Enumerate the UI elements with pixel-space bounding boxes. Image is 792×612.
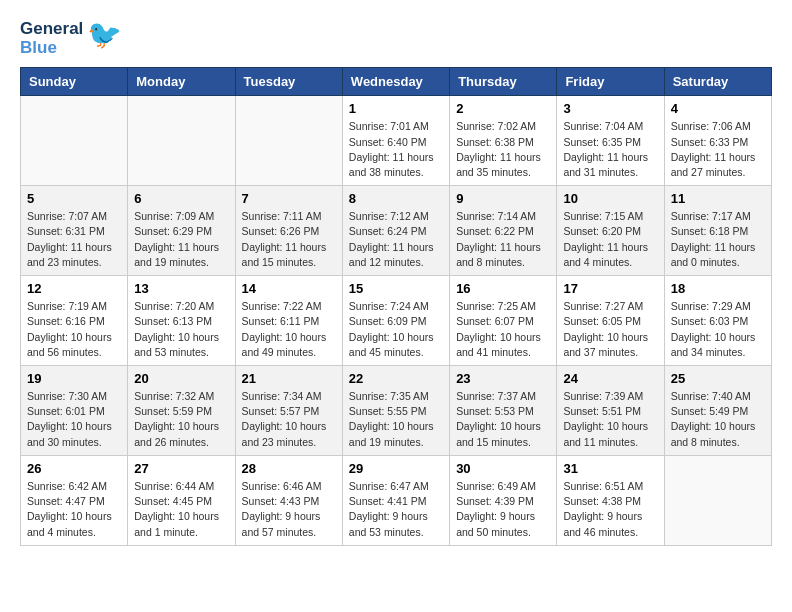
calendar-empty-cell	[21, 96, 128, 186]
day-of-week-header: Friday	[557, 68, 664, 96]
calendar-day-cell: 17Sunrise: 7:27 AM Sunset: 6:05 PM Dayli…	[557, 276, 664, 366]
calendar-table: SundayMondayTuesdayWednesdayThursdayFrid…	[20, 67, 772, 545]
calendar-day-cell: 30Sunrise: 6:49 AM Sunset: 4:39 PM Dayli…	[450, 455, 557, 545]
day-info: Sunrise: 7:01 AM Sunset: 6:40 PM Dayligh…	[349, 119, 443, 180]
logo-bird-icon: 🐦	[87, 21, 122, 49]
day-number: 19	[27, 371, 121, 386]
day-info: Sunrise: 7:17 AM Sunset: 6:18 PM Dayligh…	[671, 209, 765, 270]
day-info: Sunrise: 7:34 AM Sunset: 5:57 PM Dayligh…	[242, 389, 336, 450]
day-number: 13	[134, 281, 228, 296]
day-number: 8	[349, 191, 443, 206]
day-info: Sunrise: 7:35 AM Sunset: 5:55 PM Dayligh…	[349, 389, 443, 450]
day-info: Sunrise: 7:11 AM Sunset: 6:26 PM Dayligh…	[242, 209, 336, 270]
calendar-day-cell: 10Sunrise: 7:15 AM Sunset: 6:20 PM Dayli…	[557, 186, 664, 276]
day-of-week-header: Monday	[128, 68, 235, 96]
day-info: Sunrise: 6:42 AM Sunset: 4:47 PM Dayligh…	[27, 479, 121, 540]
day-info: Sunrise: 7:22 AM Sunset: 6:11 PM Dayligh…	[242, 299, 336, 360]
day-number: 28	[242, 461, 336, 476]
day-number: 16	[456, 281, 550, 296]
day-number: 23	[456, 371, 550, 386]
day-info: Sunrise: 7:25 AM Sunset: 6:07 PM Dayligh…	[456, 299, 550, 360]
day-number: 22	[349, 371, 443, 386]
day-of-week-header: Sunday	[21, 68, 128, 96]
calendar-day-cell: 6Sunrise: 7:09 AM Sunset: 6:29 PM Daylig…	[128, 186, 235, 276]
day-number: 2	[456, 101, 550, 116]
day-number: 21	[242, 371, 336, 386]
day-info: Sunrise: 7:37 AM Sunset: 5:53 PM Dayligh…	[456, 389, 550, 450]
calendar-day-cell: 22Sunrise: 7:35 AM Sunset: 5:55 PM Dayli…	[342, 366, 449, 456]
day-info: Sunrise: 7:20 AM Sunset: 6:13 PM Dayligh…	[134, 299, 228, 360]
day-info: Sunrise: 6:46 AM Sunset: 4:43 PM Dayligh…	[242, 479, 336, 540]
day-number: 11	[671, 191, 765, 206]
day-number: 29	[349, 461, 443, 476]
calendar-day-cell: 18Sunrise: 7:29 AM Sunset: 6:03 PM Dayli…	[664, 276, 771, 366]
calendar-day-cell: 19Sunrise: 7:30 AM Sunset: 6:01 PM Dayli…	[21, 366, 128, 456]
day-number: 26	[27, 461, 121, 476]
logo-blue: Blue	[20, 39, 83, 58]
day-number: 5	[27, 191, 121, 206]
calendar-day-cell: 7Sunrise: 7:11 AM Sunset: 6:26 PM Daylig…	[235, 186, 342, 276]
day-number: 4	[671, 101, 765, 116]
calendar-week-row: 5Sunrise: 7:07 AM Sunset: 6:31 PM Daylig…	[21, 186, 772, 276]
day-number: 31	[563, 461, 657, 476]
day-of-week-header: Tuesday	[235, 68, 342, 96]
calendar-week-row: 1Sunrise: 7:01 AM Sunset: 6:40 PM Daylig…	[21, 96, 772, 186]
day-info: Sunrise: 7:19 AM Sunset: 6:16 PM Dayligh…	[27, 299, 121, 360]
calendar-day-cell: 11Sunrise: 7:17 AM Sunset: 6:18 PM Dayli…	[664, 186, 771, 276]
day-info: Sunrise: 7:06 AM Sunset: 6:33 PM Dayligh…	[671, 119, 765, 180]
day-number: 9	[456, 191, 550, 206]
day-of-week-header: Thursday	[450, 68, 557, 96]
day-info: Sunrise: 7:15 AM Sunset: 6:20 PM Dayligh…	[563, 209, 657, 270]
calendar-day-cell: 4Sunrise: 7:06 AM Sunset: 6:33 PM Daylig…	[664, 96, 771, 186]
calendar-day-cell: 27Sunrise: 6:44 AM Sunset: 4:45 PM Dayli…	[128, 455, 235, 545]
calendar-day-cell: 28Sunrise: 6:46 AM Sunset: 4:43 PM Dayli…	[235, 455, 342, 545]
calendar-day-cell: 20Sunrise: 7:32 AM Sunset: 5:59 PM Dayli…	[128, 366, 235, 456]
calendar-header-row: SundayMondayTuesdayWednesdayThursdayFrid…	[21, 68, 772, 96]
day-info: Sunrise: 7:12 AM Sunset: 6:24 PM Dayligh…	[349, 209, 443, 270]
logo: General Blue 🐦	[20, 20, 122, 57]
day-number: 30	[456, 461, 550, 476]
day-number: 10	[563, 191, 657, 206]
day-info: Sunrise: 6:49 AM Sunset: 4:39 PM Dayligh…	[456, 479, 550, 540]
calendar-day-cell: 26Sunrise: 6:42 AM Sunset: 4:47 PM Dayli…	[21, 455, 128, 545]
calendar-day-cell: 14Sunrise: 7:22 AM Sunset: 6:11 PM Dayli…	[235, 276, 342, 366]
calendar-week-row: 12Sunrise: 7:19 AM Sunset: 6:16 PM Dayli…	[21, 276, 772, 366]
day-number: 3	[563, 101, 657, 116]
day-number: 7	[242, 191, 336, 206]
calendar-empty-cell	[664, 455, 771, 545]
logo-general: General	[20, 20, 83, 39]
day-number: 18	[671, 281, 765, 296]
calendar-week-row: 19Sunrise: 7:30 AM Sunset: 6:01 PM Dayli…	[21, 366, 772, 456]
day-number: 27	[134, 461, 228, 476]
day-number: 6	[134, 191, 228, 206]
day-of-week-header: Wednesday	[342, 68, 449, 96]
day-info: Sunrise: 7:29 AM Sunset: 6:03 PM Dayligh…	[671, 299, 765, 360]
calendar-day-cell: 13Sunrise: 7:20 AM Sunset: 6:13 PM Dayli…	[128, 276, 235, 366]
day-info: Sunrise: 7:09 AM Sunset: 6:29 PM Dayligh…	[134, 209, 228, 270]
day-info: Sunrise: 7:07 AM Sunset: 6:31 PM Dayligh…	[27, 209, 121, 270]
day-info: Sunrise: 6:44 AM Sunset: 4:45 PM Dayligh…	[134, 479, 228, 540]
calendar-day-cell: 31Sunrise: 6:51 AM Sunset: 4:38 PM Dayli…	[557, 455, 664, 545]
day-info: Sunrise: 7:30 AM Sunset: 6:01 PM Dayligh…	[27, 389, 121, 450]
calendar-day-cell: 1Sunrise: 7:01 AM Sunset: 6:40 PM Daylig…	[342, 96, 449, 186]
calendar-day-cell: 15Sunrise: 7:24 AM Sunset: 6:09 PM Dayli…	[342, 276, 449, 366]
day-number: 17	[563, 281, 657, 296]
page-header: General Blue 🐦	[20, 20, 772, 57]
day-number: 20	[134, 371, 228, 386]
calendar-week-row: 26Sunrise: 6:42 AM Sunset: 4:47 PM Dayli…	[21, 455, 772, 545]
day-number: 25	[671, 371, 765, 386]
calendar-day-cell: 23Sunrise: 7:37 AM Sunset: 5:53 PM Dayli…	[450, 366, 557, 456]
day-info: Sunrise: 7:04 AM Sunset: 6:35 PM Dayligh…	[563, 119, 657, 180]
calendar-day-cell: 3Sunrise: 7:04 AM Sunset: 6:35 PM Daylig…	[557, 96, 664, 186]
calendar-empty-cell	[128, 96, 235, 186]
calendar-day-cell: 29Sunrise: 6:47 AM Sunset: 4:41 PM Dayli…	[342, 455, 449, 545]
day-info: Sunrise: 7:40 AM Sunset: 5:49 PM Dayligh…	[671, 389, 765, 450]
day-info: Sunrise: 7:32 AM Sunset: 5:59 PM Dayligh…	[134, 389, 228, 450]
day-of-week-header: Saturday	[664, 68, 771, 96]
day-number: 1	[349, 101, 443, 116]
day-info: Sunrise: 7:14 AM Sunset: 6:22 PM Dayligh…	[456, 209, 550, 270]
calendar-day-cell: 16Sunrise: 7:25 AM Sunset: 6:07 PM Dayli…	[450, 276, 557, 366]
day-info: Sunrise: 7:39 AM Sunset: 5:51 PM Dayligh…	[563, 389, 657, 450]
calendar-day-cell: 21Sunrise: 7:34 AM Sunset: 5:57 PM Dayli…	[235, 366, 342, 456]
calendar-day-cell: 9Sunrise: 7:14 AM Sunset: 6:22 PM Daylig…	[450, 186, 557, 276]
